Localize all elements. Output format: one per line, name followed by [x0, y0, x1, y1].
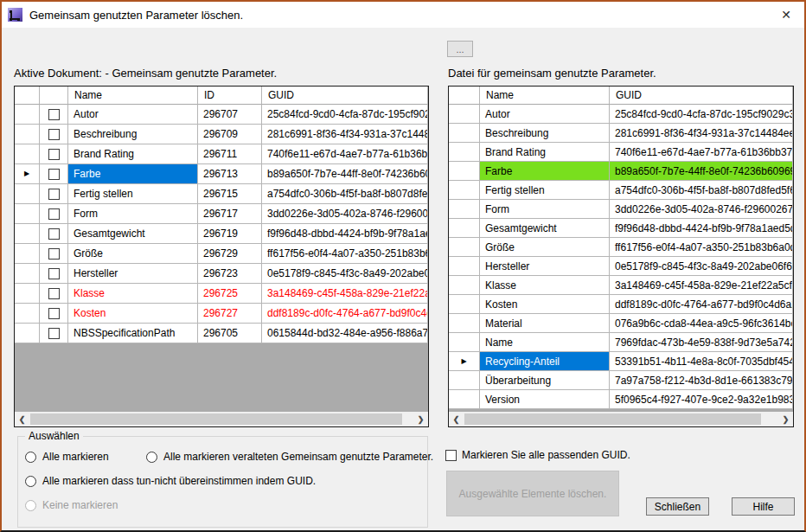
match-guid-checkbox[interactable]: Markieren Sie alle passenden GUID. [445, 449, 630, 461]
guid-cell[interactable]: 7a97a758-f212-4b3d-8d1e-661383c79e4d [610, 371, 793, 390]
guid-cell[interactable]: b89a650f-7b7e-44ff-8e0f-74236b609694 [262, 164, 428, 184]
scroll-left-icon[interactable]: ❮ [15, 415, 29, 424]
row-selector-cell[interactable] [449, 371, 480, 390]
guid-cell[interactable]: 53391b51-4b11-4e8a-8c0f-7035dbf454f5 [610, 352, 793, 371]
row-checkbox-cell[interactable] [40, 284, 68, 304]
checkbox-icon[interactable] [48, 328, 60, 339]
row-selector-cell[interactable] [15, 144, 40, 164]
name-cell[interactable]: Material [480, 314, 610, 333]
guid-cell[interactable]: 25c84fcd-9cd0-4cfa-87dc-195cf9029c30 [610, 105, 793, 124]
checkbox-icon[interactable] [48, 268, 60, 279]
guid-cell[interactable]: 3a148469-c45f-458a-829e-21ef22a5cf2... [262, 284, 428, 304]
name-column-header[interactable]: Name [480, 87, 610, 105]
close-icon[interactable]: ✕ [781, 8, 791, 22]
row-checkbox-cell[interactable] [40, 304, 68, 324]
table-row[interactable]: Gesamtgewichtf9f96d48-dbbd-4424-bf9b-9f7… [449, 219, 793, 238]
row-selector-cell[interactable] [15, 204, 40, 224]
guid-cell[interactable]: f9f96d48-dbbd-4424-bf9b-9f78a1aed5d0 [262, 224, 428, 244]
name-cell[interactable]: Beschreibung [480, 124, 610, 143]
guid-cell[interactable]: ff617f56-e0f4-4a07-a350-251b83b6a0df [610, 238, 793, 257]
name-cell[interactable]: NBSSpecificationPath [68, 324, 198, 343]
row-selector-cell[interactable] [15, 244, 40, 264]
table-row[interactable]: Fertig stellena754dfc0-306b-4f5f-ba8f-b8… [449, 181, 793, 200]
scroll-left-icon[interactable]: ❮ [449, 415, 464, 424]
table-row[interactable]: Form3dd0226e-3d05-402a-8746-f296002671e6 [449, 200, 793, 219]
table-row[interactable]: Name7969fdac-473b-4e59-838f-9d73e5a74295 [449, 333, 793, 352]
checkbox-icon[interactable] [48, 228, 60, 240]
table-row[interactable]: Klasse2967253a148469-c45f-458a-829e-21ef… [15, 284, 428, 304]
guid-cell[interactable]: f9f96d48-dbbd-4424-bf9b-9f78a1aed5d0 [610, 219, 793, 238]
guid-cell[interactable]: ddf8189c-d0fc-4764-a677-bd9f0c4d6a... [262, 304, 428, 324]
guid-cell[interactable]: 0e5178f9-c845-4f3c-8a49-202abe06f6b7 [610, 257, 793, 276]
table-row[interactable]: Hersteller0e5178f9-c845-4f3c-8a49-202abe… [449, 257, 793, 276]
table-row[interactable]: Kosten296727ddf8189c-d0fc-4764-a677-bd9f… [15, 304, 428, 324]
name-cell[interactable]: Autor [68, 105, 198, 125]
row-checkbox-cell[interactable] [40, 264, 68, 284]
guid-cell[interactable]: 076a9b6c-cda8-44ea-a9c5-96fc3614bc28 [610, 314, 793, 333]
guid-column-header[interactable]: GUID [610, 87, 793, 105]
row-checkbox-cell[interactable] [40, 105, 68, 125]
table-row[interactable]: Überarbeitung7a97a758-f212-4b3d-8d1e-661… [449, 371, 793, 390]
id-column-header[interactable]: ID [198, 87, 262, 105]
name-cell[interactable]: Brand Rating [480, 143, 610, 162]
id-cell[interactable]: 296719 [198, 224, 262, 244]
guid-cell[interactable]: 3a148469-c45f-458a-829e-21ef22a5cf2f [610, 276, 793, 295]
scroll-track[interactable] [464, 413, 778, 425]
table-row[interactable]: Brand Rating740f6e11-e67d-4ae7-b77a-61b3… [449, 143, 793, 162]
row-checkbox-cell[interactable] [40, 324, 68, 343]
row-selector-cell[interactable] [449, 257, 480, 276]
name-cell[interactable]: Autor [480, 105, 610, 124]
row-selector-cell[interactable] [449, 276, 480, 295]
row-selector-cell[interactable] [449, 295, 480, 314]
table-row[interactable]: NBSSpecificationPath2967050615844d-bd32-… [15, 324, 428, 343]
table-row[interactable]: Größeff617f56-e0f4-4a07-a350-251b83b6a0d… [449, 238, 793, 257]
radio-icon[interactable] [25, 476, 36, 487]
row-selector-cell[interactable] [449, 200, 480, 219]
table-row[interactable]: Gesamtgewicht296719f9f96d48-dbbd-4424-bf… [15, 224, 428, 244]
row-checkbox-cell[interactable] [40, 184, 68, 204]
guid-cell[interactable]: 281c6991-8f36-4f34-931a-37c14484ee7d [610, 124, 793, 143]
name-cell[interactable]: Brand Rating [68, 144, 198, 164]
checkbox-icon[interactable] [48, 189, 60, 200]
table-row[interactable]: Farbeb89a650f-7b7e-44ff-8e0f-74236b60969… [449, 162, 793, 181]
table-row[interactable]: Fertig stellen296715a754dfc0-306b-4f5f-b… [15, 184, 428, 204]
name-cell[interactable]: Größe [480, 238, 610, 257]
name-cell[interactable]: Name [480, 333, 610, 352]
row-selector-cell[interactable] [15, 304, 40, 324]
row-selector-cell[interactable] [449, 105, 480, 124]
table-row[interactable]: Brand Rating296711740f6e11-e67d-4ae7-b77… [15, 144, 428, 164]
row-checkbox-cell[interactable] [40, 164, 68, 184]
active-grid-hscrollbar[interactable]: ❮ ❯ [15, 412, 428, 426]
name-cell[interactable]: Gesamtgewicht [68, 224, 198, 244]
row-checkbox-cell[interactable] [40, 125, 68, 144]
name-cell[interactable]: Farbe [480, 162, 610, 181]
table-row[interactable]: Version5f0965c4-f927-407e-9ce2-9a32e1b98… [449, 390, 793, 409]
table-row[interactable]: Kostenddf8189c-d0fc-4764-a677-bd9f0c4d6a… [449, 295, 793, 314]
table-row[interactable]: Form2967173dd0226e-3d05-402a-8746-f29600… [15, 204, 428, 224]
guid-cell[interactable]: 3dd0226e-3d05-402a-8746-f296002671e6 [610, 200, 793, 219]
table-row[interactable]: Autor29670725c84fcd-9cd0-4cfa-87dc-195cf… [15, 105, 428, 125]
row-selector-cell[interactable] [449, 162, 480, 181]
row-selector-cell[interactable]: ▶ [449, 352, 480, 371]
row-selector-cell[interactable] [15, 105, 40, 125]
name-cell[interactable]: Klasse [480, 276, 610, 295]
row-selector-cell[interactable] [449, 124, 480, 143]
checkbox-icon[interactable] [48, 149, 60, 160]
table-row[interactable]: Material076a9b6c-cda8-44ea-a9c5-96fc3614… [449, 314, 793, 333]
id-cell[interactable]: 296705 [198, 324, 262, 343]
name-cell[interactable]: Gesamtgewicht [480, 219, 610, 238]
radio-select-stale[interactable]: Alle markieren veralteten Gemeinsam genu… [146, 451, 433, 463]
scroll-right-icon[interactable]: ❯ [778, 415, 793, 424]
id-cell[interactable]: 296717 [198, 204, 262, 224]
guid-cell[interactable]: b89a650f-7b7e-44ff-8e0f-74236b609694 [610, 162, 793, 181]
id-cell[interactable]: 296727 [198, 304, 262, 324]
browse-button[interactable]: ... [447, 41, 473, 57]
scroll-track[interactable] [29, 413, 413, 425]
checkbox-icon[interactable] [48, 288, 60, 299]
row-checkbox-cell[interactable] [40, 244, 68, 264]
table-row[interactable]: Autor25c84fcd-9cd0-4cfa-87dc-195cf9029c3… [449, 105, 793, 124]
checkbox-icon[interactable] [48, 169, 60, 180]
checkbox-icon[interactable] [445, 450, 457, 461]
scroll-thumb[interactable] [464, 413, 761, 425]
name-cell[interactable]: Form [480, 200, 610, 219]
